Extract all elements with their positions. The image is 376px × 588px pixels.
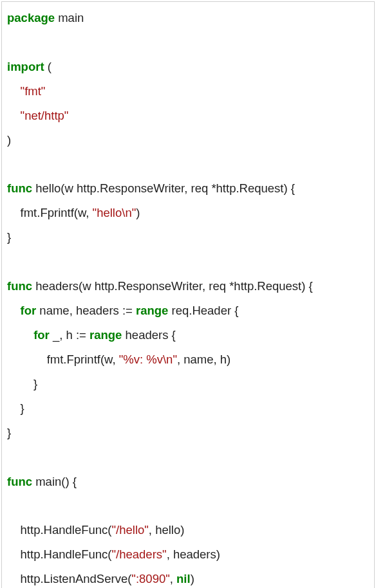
import-fmt: "fmt"	[21, 84, 46, 98]
main-l3-d: )	[191, 572, 194, 585]
func-headers-sig: headers(w http.ResponseWriter, req *http…	[32, 279, 313, 293]
for-inner-b: headers {	[122, 328, 175, 342]
code-block: package main import ( "fmt" "net/http" )…	[1, 1, 375, 588]
func-hello-sig: hello(w http.ResponseWriter, req *http.R…	[32, 181, 295, 195]
main-l3-a: http.ListenAndServe(	[7, 572, 131, 585]
close-outer: }	[7, 401, 24, 415]
hello-body-a: fmt.Fprintf(w,	[7, 206, 93, 219]
import-nethttp: "net/http"	[21, 109, 69, 122]
main-l1-c: , hello)	[149, 523, 185, 537]
close-brace: }	[7, 426, 11, 439]
main-l3-c: ,	[170, 572, 176, 585]
keyword-range: range	[89, 328, 122, 342]
package-name: main	[55, 11, 84, 24]
indent	[7, 328, 33, 342]
port-string: ":8090"	[131, 572, 169, 585]
fprintf-a: fmt.Fprintf(w,	[7, 353, 119, 366]
keyword-package: package	[7, 11, 55, 24]
indent	[7, 84, 21, 98]
route-hello-string: "/hello"	[111, 523, 148, 537]
keyword-nil: nil	[176, 572, 191, 585]
for-inner-a: _, h :=	[50, 328, 89, 342]
keyword-func: func	[7, 475, 32, 488]
close-brace: }	[7, 230, 11, 244]
keyword-func: func	[7, 279, 32, 293]
import-open: (	[44, 60, 52, 73]
for-line-b: req.Header {	[168, 304, 238, 317]
keyword-for: for	[33, 328, 50, 342]
keyword-for: for	[21, 304, 37, 317]
route-headers-string: "/headers"	[111, 547, 166, 561]
keyword-range: range	[136, 304, 168, 317]
close-inner: }	[7, 377, 37, 390]
keyword-import: import	[7, 60, 44, 73]
indent	[7, 109, 21, 122]
indent	[7, 304, 21, 317]
hello-string: "hello\n"	[93, 206, 136, 219]
keyword-func: func	[7, 181, 32, 195]
func-main-sig: main() {	[32, 475, 77, 488]
fprintf-format-string: "%v: %v\n"	[119, 353, 177, 366]
main-l1-a: http.HandleFunc(	[7, 523, 111, 537]
hello-body-c: )	[136, 206, 140, 219]
main-l2-a: http.HandleFunc(	[7, 547, 111, 561]
for-line-a: name, headers :=	[36, 304, 136, 317]
fprintf-c: , name, h)	[177, 353, 230, 366]
close-paren: )	[7, 133, 11, 147]
main-l2-c: , headers)	[167, 547, 220, 561]
